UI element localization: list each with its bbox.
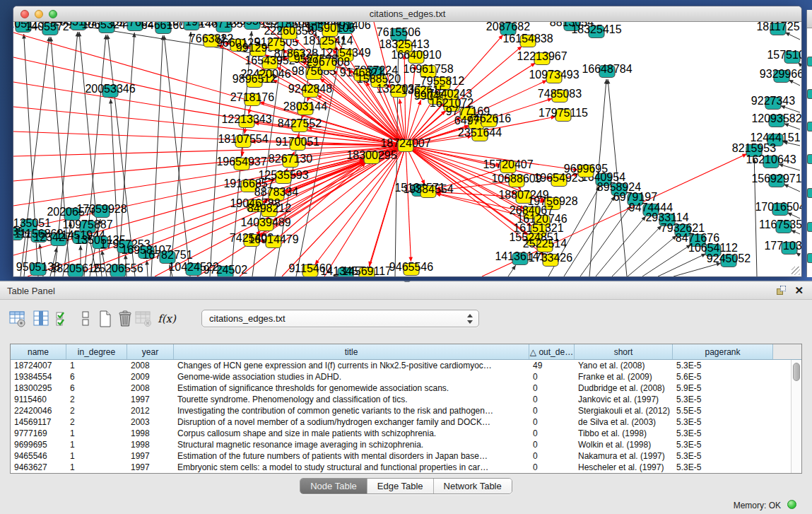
graph-node[interactable]: 14569117	[342, 265, 392, 276]
cell-year[interactable]: 2003	[127, 416, 174, 428]
tab-node-table[interactable]: Node Table	[300, 479, 367, 493]
graph-node[interactable]: 9242848	[288, 83, 332, 97]
cell-in_degree[interactable]: 6	[66, 382, 127, 394]
cell-title[interactable]: Investigating the contribution of common…	[174, 405, 529, 416]
graph-node[interactable]: 16210643	[746, 153, 796, 168]
cell-in_degree[interactable]: 6	[66, 371, 127, 382]
cell-name[interactable]: 18724007	[11, 360, 66, 371]
graph-node[interactable]: 15751074	[767, 49, 801, 63]
column-header-title[interactable]: title	[174, 344, 529, 359]
cell-short[interactable]: Dudbridge et al. (2008)	[575, 382, 673, 394]
graph-node[interactable]: 14039489	[240, 216, 290, 230]
cell-out_degree[interactable]: 0	[529, 416, 575, 428]
cell-year[interactable]: 2009	[127, 371, 174, 382]
cell-year[interactable]: 2008	[127, 360, 174, 371]
table-settings-icon[interactable]	[7, 307, 28, 331]
cell-out_degree[interactable]: 49	[529, 360, 575, 371]
column-header-short[interactable]: short	[575, 344, 673, 359]
cell-year[interactable]: 1997	[127, 462, 174, 473]
graph-node[interactable]: 9227343	[751, 95, 795, 109]
close-panel-icon[interactable]: ✕	[794, 284, 804, 297]
cell-short[interactable]: Nakamura et al. (1997)	[575, 450, 673, 462]
cell-in_degree[interactable]: 2	[66, 394, 127, 405]
cell-out_degree[interactable]: 0	[529, 394, 575, 405]
graph-node[interactable]: 17016504	[755, 201, 801, 215]
cell-out_degree[interactable]: 0	[529, 439, 575, 450]
cell-name[interactable]: 18300295	[11, 382, 66, 394]
network-window-titlebar[interactable]: citations_edges.txt	[13, 6, 801, 22]
cell-short[interactable]: Franke et al. (2009)	[575, 371, 673, 382]
cell-pagerank[interactable]: 5.3E-5	[673, 428, 773, 439]
new-table-icon[interactable]	[95, 307, 116, 331]
cell-year[interactable]: 1998	[127, 439, 174, 450]
graph-canvas[interactable]: 9105113140557242053132510653247152760276…	[13, 22, 801, 276]
cell-year[interactable]: 2008	[127, 382, 174, 394]
graph-node[interactable]: 12093582	[751, 112, 801, 127]
cell-short[interactable]: Tibbo et al. (1998)	[575, 428, 673, 439]
show-columns-icon[interactable]	[31, 307, 52, 331]
network-window[interactable]: citations_edges.txt 91051131405572420531…	[13, 6, 802, 277]
cell-short[interactable]: Stergiakouli et al. (2012)	[575, 405, 673, 416]
cell-pagerank[interactable]: 5.3E-5	[673, 439, 773, 450]
table-row[interactable]: 911546021997Tourette syndrome. Phenomeno…	[11, 394, 801, 405]
table-row[interactable]: 2242004622012Investigating the contribut…	[11, 405, 801, 416]
cell-name[interactable]: 9463627	[11, 462, 66, 473]
cell-title[interactable]: Estimation of significance thresholds fo…	[174, 382, 529, 394]
memory-ok-indicator[interactable]	[787, 500, 796, 509]
function-builder-icon[interactable]: f(x)	[154, 307, 180, 331]
scrollbar-thumb[interactable]	[793, 363, 800, 381]
cell-name[interactable]: 9777169	[11, 428, 66, 439]
table-row[interactable]: 946362711997Embryonic stem cells: a mode…	[11, 462, 801, 473]
graph-node[interactable]: 16640910	[391, 49, 441, 63]
table-select-dropdown[interactable]: citations_edges.txt	[201, 310, 479, 327]
graph-node[interactable]: 9896512	[233, 73, 276, 87]
window-resize-grip[interactable]	[792, 267, 800, 275]
graph-node[interactable]: 1811725	[756, 22, 799, 35]
cell-title[interactable]: Embryonic stem cells: a model to study s…	[174, 462, 529, 473]
vertical-scrollbar[interactable]	[791, 360, 801, 473]
graph-node[interactable]: 15720407	[483, 158, 533, 173]
cell-in_degree[interactable]: 1	[66, 462, 127, 473]
cell-name[interactable]: 19384554	[11, 371, 66, 382]
background-window-sliver[interactable]	[806, 10, 812, 277]
graph-node[interactable]: 17710352	[764, 240, 801, 254]
cell-out_degree[interactable]: 0	[529, 428, 575, 439]
cell-pagerank[interactable]: 5.3E-5	[673, 462, 773, 473]
cell-short[interactable]: Wolkin et al. (1998)	[575, 439, 673, 450]
table-row[interactable]: 977716911998Corpus callosum shape and si…	[11, 428, 801, 439]
cell-pagerank[interactable]: 5.6E-5	[673, 371, 773, 382]
cell-in_degree[interactable]: 1	[66, 439, 127, 450]
cell-year[interactable]: 1997	[127, 450, 174, 462]
cell-in_degree[interactable]: 1	[66, 360, 127, 371]
cell-title[interactable]: Corpus callosum shape and size in male p…	[174, 428, 529, 439]
cell-pagerank[interactable]: 5.3E-5	[673, 360, 773, 371]
float-panel-icon[interactable]	[777, 286, 787, 296]
table-row[interactable]: 1938455462009Genome-wide association stu…	[11, 371, 801, 382]
cell-short[interactable]: Hescheler et al. (1997)	[575, 462, 673, 473]
cell-in_degree[interactable]: 2	[66, 416, 127, 428]
cell-pagerank[interactable]: 5.3E-5	[673, 394, 773, 405]
table-row[interactable]: 969969511998Structural magnetic resonanc…	[11, 439, 801, 450]
graph-node[interactable]: 2351644	[458, 127, 502, 141]
cell-title[interactable]: Tourette syndrome. Phenomenology and cla…	[174, 394, 529, 405]
graph-node[interactable]: 16154838	[502, 33, 553, 47]
cell-title[interactable]: Structural magnetic resonance image aver…	[174, 439, 529, 450]
cell-name[interactable]: 22420046	[11, 405, 66, 416]
cell-title[interactable]: Disruption of a novel member of a sodium…	[174, 416, 529, 428]
cell-year[interactable]: 1998	[127, 428, 174, 439]
column-header-name[interactable]: name	[11, 344, 66, 359]
cell-name[interactable]: 14569117	[11, 416, 66, 428]
column-header-out_degree[interactable]: △ out_de…	[529, 344, 575, 359]
graph-node[interactable]: 9465546	[389, 261, 433, 275]
graph-node[interactable]: 12213967	[517, 50, 567, 64]
graph-node[interactable]: 15692971	[751, 173, 801, 187]
graph-node[interactable]: 9245052	[707, 252, 751, 267]
cell-short[interactable]: de Silva et al. (2003)	[575, 416, 673, 428]
table-row[interactable]: 1456911722003Disruption of a novel membe…	[11, 416, 801, 428]
column-header-year[interactable]: year	[127, 344, 174, 359]
tab-edge-table[interactable]: Edge Table	[367, 479, 433, 493]
delete-table-icon[interactable]	[133, 307, 154, 331]
cell-year[interactable]: 1997	[127, 394, 174, 405]
cell-name[interactable]: 9465546	[11, 450, 66, 462]
table-row[interactable]: 946554611997Estimation of the future num…	[11, 450, 801, 462]
